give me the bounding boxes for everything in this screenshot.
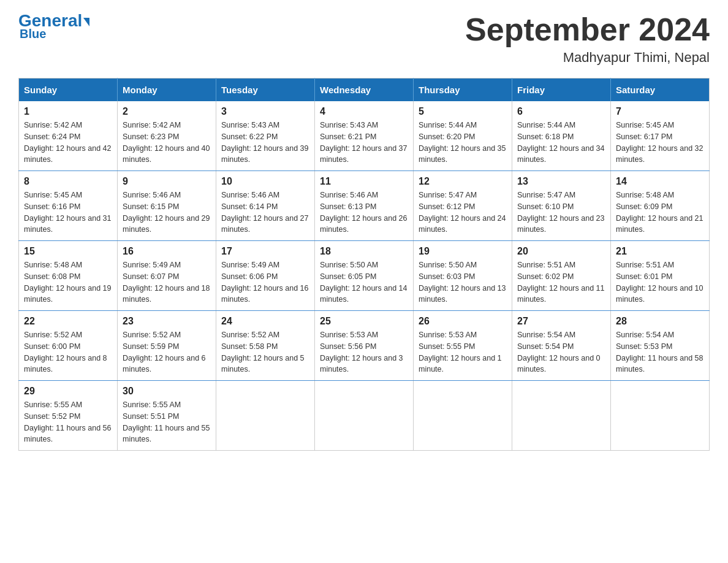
week-row-1: 1Sunrise: 5:42 AMSunset: 6:24 PMDaylight… <box>19 101 710 171</box>
day-info: Sunrise: 5:43 AMSunset: 6:21 PMDaylight:… <box>320 120 408 166</box>
day-info: Sunrise: 5:46 AMSunset: 6:15 PMDaylight:… <box>123 190 211 236</box>
week-row-4: 22Sunrise: 5:52 AMSunset: 6:00 PMDayligh… <box>19 311 710 381</box>
day-number: 21 <box>616 246 704 257</box>
day-number: 5 <box>419 106 507 117</box>
calendar-cell: 28Sunrise: 5:54 AMSunset: 5:53 PMDayligh… <box>611 311 710 381</box>
day-number: 6 <box>517 106 605 117</box>
calendar-cell: 5Sunrise: 5:44 AMSunset: 6:20 PMDaylight… <box>414 101 512 171</box>
day-info: Sunrise: 5:54 AMSunset: 5:53 PMDaylight:… <box>616 329 704 375</box>
calendar-cell: 27Sunrise: 5:54 AMSunset: 5:54 PMDayligh… <box>512 311 611 381</box>
calendar-cell: 1Sunrise: 5:42 AMSunset: 6:24 PMDaylight… <box>19 101 118 171</box>
day-info: Sunrise: 5:48 AMSunset: 6:08 PMDaylight:… <box>24 259 112 305</box>
calendar-cell: 18Sunrise: 5:50 AMSunset: 6:05 PMDayligh… <box>315 241 414 311</box>
week-row-3: 15Sunrise: 5:48 AMSunset: 6:08 PMDayligh… <box>19 241 710 311</box>
calendar-cell: 16Sunrise: 5:49 AMSunset: 6:07 PMDayligh… <box>118 241 216 311</box>
calendar-cell <box>414 381 512 451</box>
page-header: General Blue September 2024 Madhyapur Th… <box>18 12 710 66</box>
day-number: 23 <box>123 316 211 327</box>
calendar-cell: 26Sunrise: 5:53 AMSunset: 5:55 PMDayligh… <box>414 311 512 381</box>
calendar-body: 1Sunrise: 5:42 AMSunset: 6:24 PMDaylight… <box>19 101 710 451</box>
day-info: Sunrise: 5:54 AMSunset: 5:54 PMDaylight:… <box>517 329 605 375</box>
calendar-cell: 23Sunrise: 5:52 AMSunset: 5:59 PMDayligh… <box>118 311 216 381</box>
calendar-cell: 25Sunrise: 5:53 AMSunset: 5:56 PMDayligh… <box>315 311 414 381</box>
day-info: Sunrise: 5:52 AMSunset: 5:59 PMDaylight:… <box>123 329 211 375</box>
day-number: 27 <box>517 316 605 327</box>
header-col-tuesday: Tuesday <box>216 79 315 102</box>
calendar-cell: 12Sunrise: 5:47 AMSunset: 6:12 PMDayligh… <box>414 171 512 241</box>
calendar-cell <box>216 381 315 451</box>
day-info: Sunrise: 5:43 AMSunset: 6:22 PMDaylight:… <box>221 120 309 166</box>
day-number: 12 <box>419 176 507 187</box>
calendar-cell: 15Sunrise: 5:48 AMSunset: 6:08 PMDayligh… <box>19 241 118 311</box>
location-title: Madhyapur Thimi, Nepal <box>465 50 710 66</box>
day-info: Sunrise: 5:46 AMSunset: 6:13 PMDaylight:… <box>320 190 408 236</box>
day-info: Sunrise: 5:52 AMSunset: 5:58 PMDaylight:… <box>221 329 309 375</box>
calendar-table: SundayMondayTuesdayWednesdayThursdayFrid… <box>18 78 710 451</box>
week-row-2: 8Sunrise: 5:45 AMSunset: 6:16 PMDaylight… <box>19 171 710 241</box>
day-number: 13 <box>517 176 605 187</box>
month-title: September 2024 <box>465 12 710 47</box>
day-number: 3 <box>221 106 309 117</box>
calendar-cell <box>611 381 710 451</box>
day-number: 29 <box>24 386 112 397</box>
calendar-header: SundayMondayTuesdayWednesdayThursdayFrid… <box>19 79 710 102</box>
calendar-cell: 7Sunrise: 5:45 AMSunset: 6:17 PMDaylight… <box>611 101 710 171</box>
calendar-cell: 8Sunrise: 5:45 AMSunset: 6:16 PMDaylight… <box>19 171 118 241</box>
day-number: 30 <box>123 386 211 397</box>
header-row: SundayMondayTuesdayWednesdayThursdayFrid… <box>19 79 710 102</box>
day-number: 10 <box>221 176 309 187</box>
header-col-saturday: Saturday <box>611 79 710 102</box>
day-number: 20 <box>517 246 605 257</box>
day-number: 11 <box>320 176 408 187</box>
day-number: 14 <box>616 176 704 187</box>
day-info: Sunrise: 5:47 AMSunset: 6:10 PMDaylight:… <box>517 190 605 236</box>
day-info: Sunrise: 5:55 AMSunset: 5:51 PMDaylight:… <box>123 399 211 445</box>
logo-blue-text: Blue <box>18 27 46 41</box>
calendar-cell: 19Sunrise: 5:50 AMSunset: 6:03 PMDayligh… <box>414 241 512 311</box>
day-info: Sunrise: 5:47 AMSunset: 6:12 PMDaylight:… <box>419 190 507 236</box>
calendar-cell: 20Sunrise: 5:51 AMSunset: 6:02 PMDayligh… <box>512 241 611 311</box>
day-info: Sunrise: 5:42 AMSunset: 6:23 PMDaylight:… <box>123 120 211 166</box>
day-number: 16 <box>123 246 211 257</box>
day-info: Sunrise: 5:45 AMSunset: 6:17 PMDaylight:… <box>616 120 704 166</box>
calendar-cell: 14Sunrise: 5:48 AMSunset: 6:09 PMDayligh… <box>611 171 710 241</box>
day-info: Sunrise: 5:50 AMSunset: 6:05 PMDaylight:… <box>320 259 408 305</box>
day-info: Sunrise: 5:42 AMSunset: 6:24 PMDaylight:… <box>24 120 112 166</box>
day-info: Sunrise: 5:55 AMSunset: 5:52 PMDaylight:… <box>24 399 112 445</box>
calendar-cell: 4Sunrise: 5:43 AMSunset: 6:21 PMDaylight… <box>315 101 414 171</box>
calendar-cell: 30Sunrise: 5:55 AMSunset: 5:51 PMDayligh… <box>118 381 216 451</box>
logo: General Blue <box>18 12 89 41</box>
calendar-cell: 29Sunrise: 5:55 AMSunset: 5:52 PMDayligh… <box>19 381 118 451</box>
header-col-sunday: Sunday <box>19 79 118 102</box>
calendar-cell <box>315 381 414 451</box>
day-info: Sunrise: 5:49 AMSunset: 6:06 PMDaylight:… <box>221 259 309 305</box>
calendar-cell: 17Sunrise: 5:49 AMSunset: 6:06 PMDayligh… <box>216 241 315 311</box>
calendar-cell: 6Sunrise: 5:44 AMSunset: 6:18 PMDaylight… <box>512 101 611 171</box>
header-col-friday: Friday <box>512 79 611 102</box>
day-number: 8 <box>24 176 112 187</box>
day-number: 24 <box>221 316 309 327</box>
day-info: Sunrise: 5:45 AMSunset: 6:16 PMDaylight:… <box>24 190 112 236</box>
day-number: 4 <box>320 106 408 117</box>
day-info: Sunrise: 5:53 AMSunset: 5:55 PMDaylight:… <box>419 329 507 375</box>
day-number: 7 <box>616 106 704 117</box>
calendar-cell: 13Sunrise: 5:47 AMSunset: 6:10 PMDayligh… <box>512 171 611 241</box>
day-number: 22 <box>24 316 112 327</box>
day-number: 19 <box>419 246 507 257</box>
header-col-thursday: Thursday <box>414 79 512 102</box>
day-info: Sunrise: 5:46 AMSunset: 6:14 PMDaylight:… <box>221 190 309 236</box>
day-info: Sunrise: 5:51 AMSunset: 6:01 PMDaylight:… <box>616 259 704 305</box>
day-info: Sunrise: 5:48 AMSunset: 6:09 PMDaylight:… <box>616 190 704 236</box>
header-col-wednesday: Wednesday <box>315 79 414 102</box>
week-row-5: 29Sunrise: 5:55 AMSunset: 5:52 PMDayligh… <box>19 381 710 451</box>
day-info: Sunrise: 5:44 AMSunset: 6:20 PMDaylight:… <box>419 120 507 166</box>
calendar-cell: 9Sunrise: 5:46 AMSunset: 6:15 PMDaylight… <box>118 171 216 241</box>
calendar-cell: 3Sunrise: 5:43 AMSunset: 6:22 PMDaylight… <box>216 101 315 171</box>
day-number: 26 <box>419 316 507 327</box>
day-info: Sunrise: 5:53 AMSunset: 5:56 PMDaylight:… <box>320 329 408 375</box>
day-info: Sunrise: 5:44 AMSunset: 6:18 PMDaylight:… <box>517 120 605 166</box>
header-col-monday: Monday <box>118 79 216 102</box>
day-number: 18 <box>320 246 408 257</box>
day-number: 28 <box>616 316 704 327</box>
calendar-cell: 11Sunrise: 5:46 AMSunset: 6:13 PMDayligh… <box>315 171 414 241</box>
